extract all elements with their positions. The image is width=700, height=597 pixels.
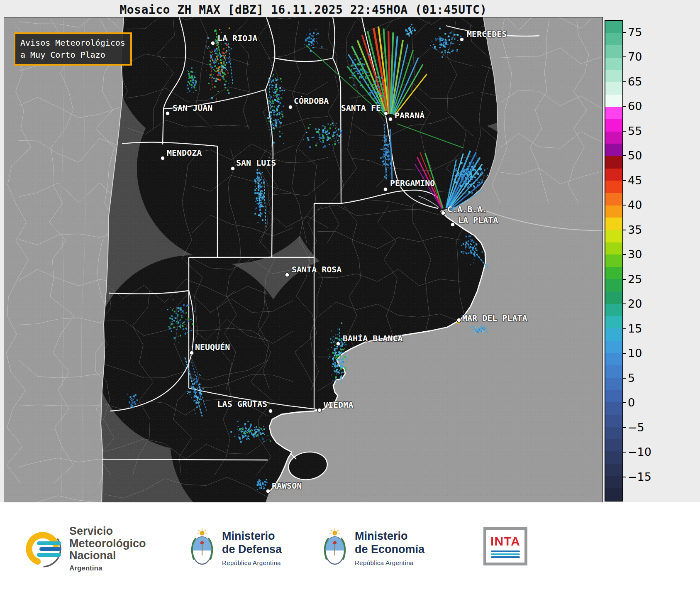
colorbar-segment bbox=[605, 230, 622, 242]
colorbar-segment bbox=[605, 316, 622, 328]
colorbar-segment bbox=[605, 464, 622, 476]
smn-word-2: Meteorológico bbox=[69, 538, 146, 550]
colorbar-segment bbox=[605, 119, 622, 132]
colorbar-segment bbox=[605, 353, 622, 365]
colorbar-tickmark bbox=[623, 452, 626, 453]
smn-wordmark: Servicio Meteorológico Nacional Argentin… bbox=[69, 525, 146, 573]
inta-logo: INTA bbox=[483, 527, 527, 565]
ministerio-defensa-wordmark: Ministerio de Defensa República Argentin… bbox=[222, 530, 282, 566]
inta-stripes-icon bbox=[491, 551, 520, 558]
colorbar-tickmark bbox=[623, 402, 626, 403]
warning-box: Avisos Meteorológicos a Muy Corto Plazo bbox=[14, 32, 132, 66]
inta-logo-box: INTA bbox=[483, 527, 527, 565]
colorbar-tickmark bbox=[623, 328, 626, 329]
smn-word-1: Servicio bbox=[69, 525, 146, 538]
smn-word-3: Nacional bbox=[69, 550, 146, 562]
colorbar-segment bbox=[605, 193, 622, 206]
colorbar-tick-label: 0 bbox=[628, 397, 635, 408]
svg-text:SANTA ROSA: SANTA ROSA bbox=[292, 264, 341, 274]
warning-line-2: a Muy Corto Plazo bbox=[20, 49, 125, 61]
colorbar-segment bbox=[605, 21, 622, 33]
colorbar-tickmark bbox=[623, 81, 626, 82]
colorbar-tickmark bbox=[623, 155, 626, 156]
colorbar-tick-label: 5 bbox=[628, 372, 635, 384]
smn-logo: Servicio Meteorológico Nacional Argentin… bbox=[23, 525, 146, 573]
colorbar-segment bbox=[605, 58, 622, 70]
smn-word-country: Argentina bbox=[69, 564, 146, 573]
colorbar-segment bbox=[605, 254, 622, 267]
colorbar-segment bbox=[605, 45, 622, 58]
colorbar-segment bbox=[605, 181, 622, 193]
colorbar-segment bbox=[605, 415, 622, 427]
city-marker: LA PLATA bbox=[451, 215, 498, 227]
colorbar-tick-label: −5 bbox=[628, 422, 644, 433]
colorbar-tickmark bbox=[623, 353, 626, 354]
colorbar-segment bbox=[605, 218, 622, 230]
city-marker: MAR DEL PLATA bbox=[457, 313, 527, 323]
colorbar-tick-label: 70 bbox=[628, 51, 642, 62]
radar-map: LA RIOJAMERCEDESSAN JUANCÓRDOBASANTA FEP… bbox=[4, 17, 602, 502]
colorbar-segment bbox=[605, 365, 622, 378]
colorbar-scale bbox=[605, 20, 623, 502]
svg-text:C.A.B.A.: C.A.B.A. bbox=[447, 204, 487, 214]
colorbar-tick-label: 75 bbox=[628, 27, 642, 38]
colorbar-segment bbox=[605, 476, 622, 489]
colorbar-tickmark bbox=[623, 427, 626, 428]
colorbar-tick-label: 45 bbox=[628, 175, 642, 186]
svg-text:MAR DEL PLATA: MAR DEL PLATA bbox=[462, 313, 527, 323]
colorbar-tickmark bbox=[623, 131, 626, 132]
colorbar-segment bbox=[605, 33, 622, 46]
colorbar-segment bbox=[605, 341, 622, 353]
svg-text:LA RIOJA: LA RIOJA bbox=[217, 33, 257, 43]
svg-text:LAS GRUTAS: LAS GRUTAS bbox=[217, 399, 267, 409]
economia-word-2: de Economía bbox=[355, 543, 424, 556]
colorbar-segment bbox=[605, 95, 622, 107]
colorbar-segment bbox=[605, 242, 622, 255]
colorbar-tick-label: −15 bbox=[628, 471, 651, 482]
colorbar-segment bbox=[605, 132, 622, 144]
warning-line-1: Avisos Meteorológicos bbox=[20, 37, 125, 49]
defensa-word-1: Ministerio bbox=[222, 530, 282, 543]
colorbar-segment bbox=[605, 291, 622, 304]
colorbar-segment bbox=[605, 378, 622, 390]
colorbar-segment bbox=[605, 206, 622, 218]
colorbar-segment bbox=[605, 267, 622, 279]
svg-text:PARANÁ: PARANÁ bbox=[395, 110, 424, 120]
svg-text:PERGAMINO: PERGAMINO bbox=[390, 178, 435, 188]
colorbar-segment bbox=[605, 107, 622, 119]
svg-text:RAWSON: RAWSON bbox=[272, 481, 302, 491]
footer: Servicio Meteorológico Nacional Argentin… bbox=[0, 502, 700, 597]
economia-sub: República Argentina bbox=[355, 559, 424, 566]
colorbar-segment bbox=[605, 488, 622, 501]
ministerio-economia-logo: Ministerio de Economía República Argenti… bbox=[322, 528, 424, 568]
colorbar-tick-label: 15 bbox=[628, 323, 642, 334]
colorbar-tick-label: 50 bbox=[628, 150, 642, 161]
colorbar-tickmark bbox=[623, 254, 626, 255]
colorbar-tickmark bbox=[623, 279, 626, 280]
colorbar-tickmark bbox=[623, 303, 626, 304]
svg-text:LA PLATA: LA PLATA bbox=[458, 215, 498, 225]
economia-word-1: Ministerio bbox=[355, 530, 424, 543]
colorbar-tickmark bbox=[623, 477, 626, 477]
colorbar-segment bbox=[605, 402, 622, 415]
colorbar-tickmark bbox=[623, 106, 626, 107]
colorbar-segment bbox=[605, 427, 622, 439]
colorbar-tick-label: 55 bbox=[628, 125, 642, 137]
svg-text:CÓRDOBA: CÓRDOBA bbox=[294, 96, 329, 106]
svg-text:MERCEDES: MERCEDES bbox=[467, 29, 507, 39]
colorbar-segment bbox=[605, 156, 622, 169]
colorbar-segment bbox=[605, 304, 622, 316]
svg-text:VIEDMA: VIEDMA bbox=[323, 400, 353, 410]
colorbar-tick-label: 25 bbox=[628, 274, 642, 285]
smn-logo-icon bbox=[23, 529, 63, 569]
coat-of-arms-icon bbox=[189, 528, 215, 568]
svg-text:BAHÍA BLANCA: BAHÍA BLANCA bbox=[343, 333, 403, 343]
colorbar-segment bbox=[605, 390, 622, 402]
colorbar-tick-label: 30 bbox=[628, 249, 642, 260]
colorbar-tickmark bbox=[623, 32, 626, 33]
coat-of-arms-icon bbox=[322, 528, 348, 568]
colorbar-segment bbox=[605, 279, 622, 291]
colorbar-segment bbox=[605, 169, 622, 181]
colorbar-segment bbox=[605, 328, 622, 341]
ministerio-economia-wordmark: Ministerio de Economía República Argenti… bbox=[355, 530, 424, 566]
